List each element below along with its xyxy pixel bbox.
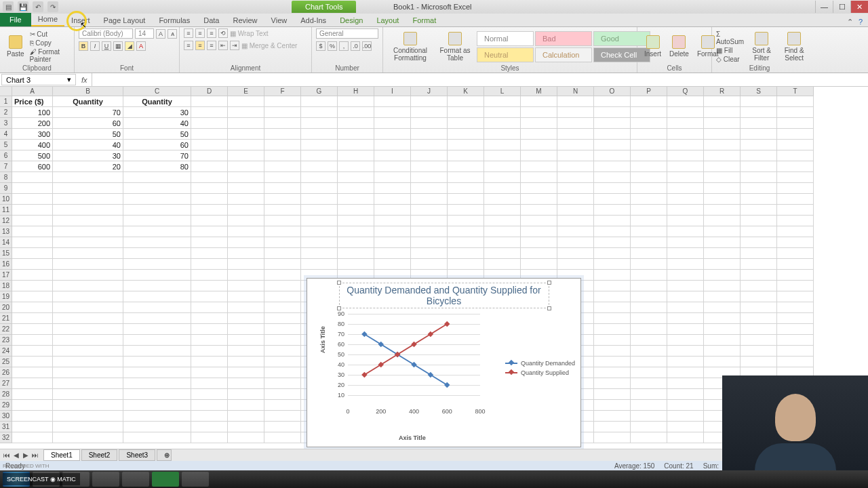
cell[interactable]	[12, 226, 53, 237]
cell[interactable]: 20	[53, 161, 123, 172]
cell[interactable]	[411, 107, 448, 118]
cell[interactable]: 70	[123, 150, 191, 161]
cell[interactable]	[228, 422, 264, 432]
cell[interactable]	[53, 302, 123, 313]
cell[interactable]	[12, 400, 53, 411]
cell[interactable]	[374, 194, 411, 205]
cell[interactable]	[777, 281, 814, 291]
cell[interactable]	[411, 172, 448, 183]
cell[interactable]	[741, 150, 777, 161]
next-sheet-icon[interactable]: ▶	[22, 451, 30, 459]
cell[interactable]	[338, 259, 374, 270]
x-axis-title[interactable]: Axis Title	[399, 434, 426, 441]
close-button[interactable]: ✕	[850, 1, 868, 13]
cell[interactable]	[338, 129, 374, 140]
cell[interactable]	[667, 270, 704, 281]
cell[interactable]	[704, 270, 741, 281]
insert-cells-button[interactable]: Insert	[642, 34, 664, 59]
cell[interactable]	[338, 140, 374, 150]
row-header[interactable]: 19	[0, 291, 12, 302]
cell[interactable]	[123, 324, 191, 335]
cell[interactable]	[264, 270, 301, 281]
cell[interactable]	[228, 96, 264, 107]
cell[interactable]	[12, 357, 53, 367]
cell[interactable]	[741, 291, 777, 302]
column-header[interactable]: O	[594, 87, 631, 96]
cell[interactable]	[741, 96, 777, 107]
cell[interactable]	[53, 346, 123, 357]
cell[interactable]	[374, 205, 411, 216]
cell[interactable]	[631, 194, 667, 205]
cell[interactable]	[741, 226, 777, 237]
row-header[interactable]: 27	[0, 378, 12, 389]
cell[interactable]	[704, 281, 741, 291]
cell[interactable]: 200	[12, 118, 53, 129]
cell[interactable]	[631, 346, 667, 357]
grow-font-icon[interactable]: A	[156, 29, 165, 39]
cell[interactable]	[191, 259, 228, 270]
cell[interactable]	[704, 150, 741, 161]
cell[interactable]	[741, 281, 777, 291]
cell[interactable]	[228, 324, 264, 335]
cell[interactable]	[12, 205, 53, 216]
cell[interactable]	[521, 259, 557, 270]
underline-button[interactable]: U	[102, 41, 111, 51]
row-header[interactable]: 2	[0, 107, 12, 118]
cell[interactable]	[594, 248, 631, 259]
cell[interactable]	[667, 129, 704, 140]
cell[interactable]	[53, 259, 123, 270]
align-right-icon[interactable]: ≡	[207, 41, 216, 50]
cell-style-calculation[interactable]: Calculation	[535, 47, 592, 62]
clear-button[interactable]: ◇ Clear	[716, 56, 744, 63]
tab-format[interactable]: Format	[406, 14, 443, 26]
cell[interactable]	[594, 335, 631, 346]
wrap-text-button[interactable]: ▦ Wrap Text	[230, 30, 268, 37]
cell[interactable]	[557, 161, 594, 172]
cell[interactable]	[191, 270, 228, 281]
cell[interactable]	[191, 389, 228, 400]
cell[interactable]: 300	[12, 129, 53, 140]
redo-icon[interactable]: ↷	[47, 1, 58, 12]
cell[interactable]	[301, 96, 338, 107]
cell[interactable]	[594, 118, 631, 129]
column-header[interactable]: E	[228, 87, 264, 96]
cell[interactable]	[741, 270, 777, 281]
cell[interactable]	[704, 248, 741, 259]
name-box[interactable]: Chart 3▾	[1, 74, 76, 85]
row-header[interactable]: 12	[0, 216, 12, 226]
cell[interactable]	[53, 357, 123, 367]
cell[interactable]	[123, 335, 191, 346]
align-bottom-icon[interactable]: ≡	[207, 28, 216, 38]
row-header[interactable]: 22	[0, 324, 12, 335]
cell[interactable]	[12, 291, 53, 302]
cell[interactable]	[123, 357, 191, 367]
cell-style-neutral[interactable]: Neutral	[477, 47, 534, 62]
cell[interactable]	[123, 205, 191, 216]
cell[interactable]	[667, 248, 704, 259]
cell[interactable]	[12, 389, 53, 400]
cell[interactable]	[741, 346, 777, 357]
cell[interactable]	[631, 281, 667, 291]
cell[interactable]	[741, 248, 777, 259]
column-header[interactable]: L	[484, 87, 521, 96]
cell[interactable]	[631, 378, 667, 389]
row-header[interactable]: 28	[0, 389, 12, 400]
cell[interactable]	[667, 226, 704, 237]
cell[interactable]	[411, 96, 448, 107]
cell[interactable]	[741, 118, 777, 129]
cell[interactable]	[667, 422, 704, 432]
cell[interactable]	[667, 346, 704, 357]
cell[interactable]	[448, 237, 484, 248]
cell[interactable]	[53, 183, 123, 194]
cell[interactable]	[667, 150, 704, 161]
column-header[interactable]: K	[448, 87, 484, 96]
cell[interactable]	[777, 205, 814, 216]
cell[interactable]	[123, 291, 191, 302]
cell[interactable]	[631, 400, 667, 411]
cell[interactable]	[411, 150, 448, 161]
cell[interactable]	[338, 118, 374, 129]
legend-entry[interactable]: Quantity Supplied	[505, 369, 575, 376]
cell[interactable]	[53, 389, 123, 400]
cell[interactable]	[374, 216, 411, 226]
cell[interactable]	[667, 281, 704, 291]
